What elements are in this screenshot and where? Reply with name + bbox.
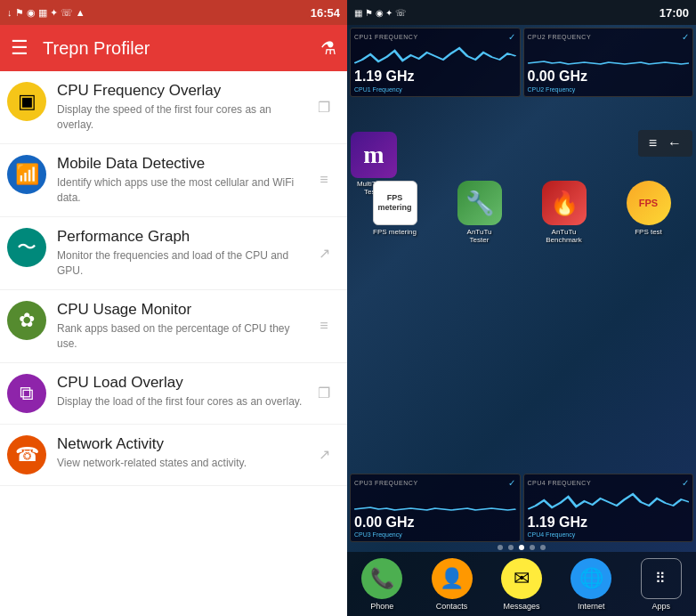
messages-icon: ✉: [501, 558, 542, 599]
cpu1-freq-label: CPU1 Frequency: [354, 86, 516, 93]
cpu-usage-title: CPU Usage Monitor: [57, 301, 308, 319]
dock-internet[interactable]: 🌐 Internet: [571, 558, 611, 611]
cpu-load-action[interactable]: ❐: [308, 385, 340, 401]
cpu-usage-icon: ✿: [7, 301, 46, 340]
cpu4-chart: [528, 490, 690, 513]
cpu1-check: ✓: [508, 32, 516, 42]
network-text: Network Activity View network-related st…: [57, 435, 308, 471]
dots-indicator: [347, 545, 696, 550]
perf-graph-icon: 〜: [7, 228, 46, 267]
cpu-freq-title: CPU Frequency Overlay: [57, 82, 308, 100]
cpu4-value: 1.19 GHz: [528, 515, 690, 531]
antutu-bench-item[interactable]: 🔥 AnTuTuBenchmark: [542, 181, 587, 244]
dot-4: [530, 545, 535, 550]
cpu3-check: ✓: [508, 478, 516, 488]
fps-test-item[interactable]: FPS FPS test: [627, 181, 671, 236]
cpu-load-icon: ⧉: [7, 374, 46, 413]
popup-menu-icon[interactable]: ≡: [649, 135, 657, 151]
mobile-data-icon: 📶: [7, 155, 46, 194]
perf-graph-action[interactable]: ↗: [308, 245, 340, 262]
fps-metering-label: FPS metering: [373, 228, 417, 236]
left-panel: ↓ ⚑ ◉ ▦ ✦ ☏ ▲ 16:54 ☰ Trepn Profiler ⚗ ▣…: [0, 0, 347, 616]
menu-item-cpu-load[interactable]: ⧉ CPU Load Overlay Display the load of t…: [0, 363, 347, 425]
fps-test-icon: FPS: [627, 181, 671, 225]
menu-item-cpu-freq[interactable]: ▣ CPU Frequency Overlay Display the spee…: [0, 71, 347, 144]
perf-graph-title: Performance Graph: [57, 228, 308, 246]
popup-back-icon[interactable]: ←: [668, 135, 682, 151]
cpu2-widget: CPU2 FREQUENCY ✓ 0.00 GHz CPU2 Frequency: [523, 28, 694, 97]
flask-icon[interactable]: ⚗: [320, 37, 336, 59]
cpu3-freq-label: CPU3 Frequency: [354, 531, 516, 538]
multitouch-letter: m: [363, 141, 384, 169]
cpu2-freq-label: CPU2 Frequency: [528, 86, 690, 93]
dot-2: [508, 545, 514, 550]
network-title: Network Activity: [57, 435, 308, 453]
cpu-freq-desc: Display the speed of the first four core…: [57, 102, 308, 133]
cpu-load-title: CPU Load Overlay: [57, 374, 308, 392]
cpu2-label: CPU2 FREQUENCY: [528, 34, 592, 40]
fps-metering-icon: FPSmetering: [373, 181, 417, 225]
menu-item-mobile-data[interactable]: 📶 Mobile Data Detective Identify which a…: [0, 144, 347, 217]
right-panel: ▦ ⚑ ◉ ✦ ☏ 17:00 CPU1 FREQUENCY ✓ 1.19 GH…: [347, 0, 696, 616]
right-status-icons: ▦ ⚑ ◉ ✦ ☏: [354, 8, 407, 18]
network-icon: ☎: [7, 435, 46, 474]
internet-label: Internet: [578, 602, 605, 611]
network-desc: View network-related states and activity…: [57, 456, 308, 471]
antutu-tester-icon-img: 🔧: [465, 190, 494, 217]
antutu-tester-item[interactable]: 🔧 AnTuTuTester: [457, 181, 502, 244]
cpu1-chart: [354, 44, 516, 67]
menu-item-cpu-usage[interactable]: ✿ CPU Usage Monitor Rank apps based on t…: [0, 290, 347, 363]
dock-contacts[interactable]: 👤 Contacts: [432, 558, 473, 611]
contacts-icon: 👤: [432, 558, 473, 599]
app-icons-row: FPSmetering FPS metering 🔧 AnTuTuTester …: [347, 181, 696, 244]
menu-item-network[interactable]: ☎ Network Activity View network-related …: [0, 425, 347, 486]
network-action[interactable]: ↗: [308, 446, 340, 463]
phone-label: Phone: [370, 602, 393, 611]
messages-label: Messages: [503, 602, 539, 611]
bottom-dock: 📞 Phone 👤 Contacts ✉ Messages 🌐: [347, 552, 696, 616]
antutu-tester-icon: 🔧: [457, 181, 502, 225]
status-bar-left: ↓ ⚑ ◉ ▦ ✦ ☏ ▲ 16:54: [0, 0, 347, 25]
contacts-label: Contacts: [436, 602, 468, 611]
internet-icon: 🌐: [571, 558, 611, 599]
cpu-usage-text: CPU Usage Monitor Rank apps based on the…: [57, 301, 308, 352]
dot-5: [540, 545, 546, 550]
contacts-icon-img: 👤: [440, 567, 464, 590]
fps-metering-item[interactable]: FPSmetering FPS metering: [373, 181, 417, 236]
cpu2-value: 0.00 GHz: [528, 69, 690, 85]
antutu-bench-label: AnTuTuBenchmark: [546, 228, 581, 244]
toolbar: ☰ Trepn Profiler ⚗: [0, 25, 347, 71]
cpu-freq-text: CPU Frequency Overlay Display the speed …: [57, 82, 308, 133]
apps-icon-grid: ⠿: [655, 570, 667, 587]
cpu4-label: CPU4 FREQUENCY: [528, 480, 592, 486]
antutu-bench-icon: 🔥: [542, 181, 587, 225]
internet-icon-img: 🌐: [579, 567, 603, 590]
phone-icon-img: 📞: [370, 567, 394, 590]
dock-phone[interactable]: 📞 Phone: [361, 558, 402, 611]
fps-test-label: FPS test: [635, 228, 662, 236]
menu-icon[interactable]: ☰: [11, 36, 28, 60]
cpu-widgets-top: CPU1 FREQUENCY ✓ 1.19 GHz CPU1 Frequency…: [347, 25, 696, 100]
dot-3-active: [519, 545, 524, 550]
fps-test-icon-text: FPS: [639, 198, 658, 208]
antutu-bench-icon-img: 🔥: [550, 190, 579, 217]
cpu-freq-icon: ▣: [7, 82, 46, 121]
apps-label: Apps: [651, 602, 670, 611]
phone-icon: 📞: [361, 558, 402, 599]
menu-item-perf-graph[interactable]: 〜 Performance Graph Monitor the frequenc…: [0, 217, 347, 290]
cpu3-value: 0.00 GHz: [354, 515, 516, 531]
multitouch-icon[interactable]: m: [351, 132, 397, 178]
apps-icon: ⠿: [641, 558, 682, 599]
cpu-freq-action[interactable]: ❐: [308, 99, 340, 116]
status-bar-right: ▦ ⚑ ◉ ✦ ☏ 17:00: [347, 0, 696, 25]
cpu3-label: CPU3 FREQUENCY: [354, 480, 418, 486]
dock-apps[interactable]: ⠿ Apps: [641, 558, 682, 611]
dot-1: [498, 545, 503, 550]
mobile-data-desc: Identify which apps use the most cellula…: [57, 175, 308, 206]
dock-messages[interactable]: ✉ Messages: [501, 558, 542, 611]
antutu-tester-label: AnTuTuTester: [467, 228, 492, 244]
mobile-data-action[interactable]: ≡: [308, 172, 340, 188]
cpu-usage-action[interactable]: ≡: [308, 318, 340, 334]
menu-list: ▣ CPU Frequency Overlay Display the spee…: [0, 71, 347, 616]
fps-metering-icon-text: FPSmetering: [377, 193, 411, 213]
